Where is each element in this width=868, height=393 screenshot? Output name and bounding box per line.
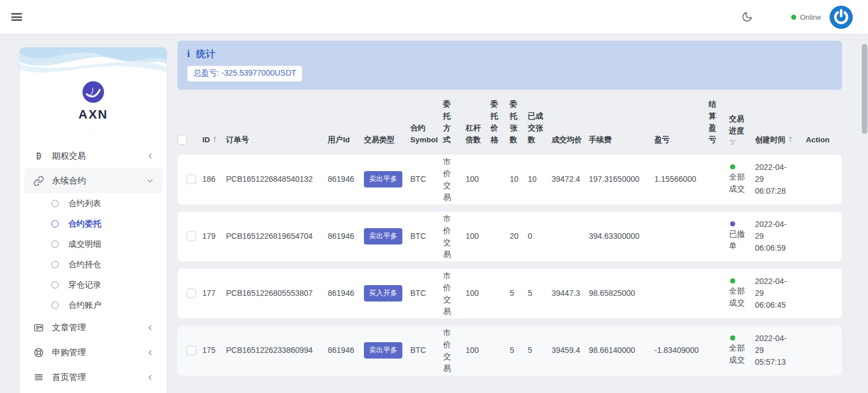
progress-text: 全部成交 — [729, 171, 747, 195]
sidebar-item[interactable]: 配置管理 — [24, 390, 162, 393]
sidebar-item[interactable]: 首页管理 — [24, 365, 162, 390]
bitcoin-icon — [33, 151, 44, 161]
chevron-left-icon — [146, 373, 154, 382]
chevron-left-icon — [146, 152, 154, 160]
cell-trade_type: 卖出平多 — [364, 326, 410, 375]
filter-icon[interactable] — [729, 139, 736, 146]
cell-trade_type: 卖出平多 — [364, 212, 410, 261]
sidebar-item-label: 永续合约 — [52, 176, 86, 186]
sidebar-item[interactable]: 申购管理 — [24, 340, 162, 365]
column-header-user_id: 用户Id — [328, 99, 364, 147]
column-header-progress: 交易进度 — [729, 99, 755, 147]
column-header-id: ID↑ — [202, 99, 226, 147]
cell-action — [806, 155, 842, 204]
sidebar-subitem[interactable]: 合约委托 — [20, 213, 167, 234]
column-header-settle_pnl: 结算盈亏 — [709, 99, 729, 147]
cell-user_id: 861946 — [328, 326, 364, 375]
cell-symbol: BTC — [410, 155, 443, 204]
axn-logo-icon — [81, 80, 105, 104]
cell-filled_qty: 0 — [528, 212, 552, 261]
column-label: 结算盈亏 — [709, 99, 717, 146]
sidebar-item[interactable]: 期权交易 — [24, 143, 162, 168]
column-header-entrust_price: 委托价格 — [491, 99, 510, 147]
sort-arrow-icon[interactable]: ↑ — [210, 135, 218, 144]
lifebuoy-icon — [33, 347, 44, 358]
cell-avg_price — [552, 212, 589, 261]
cell-filled_qty: 5 — [528, 326, 552, 375]
cell-symbol: BTC — [410, 212, 443, 261]
cell-fee: 98.65825000 — [589, 269, 654, 318]
cell-settle_pnl — [709, 155, 729, 204]
column-label: 盈亏 — [654, 136, 670, 144]
column-label: 创建时间 — [755, 136, 785, 144]
progress-text: 全部成交 — [729, 285, 747, 309]
bullet-circle-icon — [51, 220, 59, 228]
column-header-entrust_qty: 委托张数 — [510, 99, 528, 147]
sidebar-item[interactable]: 永续合约 — [24, 168, 162, 193]
sidebar-subitem[interactable]: 合约列表 — [20, 193, 167, 213]
bullet-circle-icon — [51, 261, 59, 268]
cell-symbol: BTC — [410, 269, 443, 318]
cell-select — [177, 155, 202, 204]
sidebar-item[interactable]: 文章管理 — [24, 315, 162, 340]
row-checkbox[interactable] — [186, 346, 196, 355]
bullet-circle-icon — [51, 241, 59, 248]
sidebar-subitem[interactable]: 合约持仓 — [20, 254, 167, 274]
trade-type-badge: 卖出平多 — [364, 342, 402, 359]
column-header-symbol: 合约 Symbol — [410, 99, 443, 147]
column-label: 用户Id — [328, 136, 350, 144]
row-checkbox[interactable] — [186, 289, 196, 298]
sidebar-subitem[interactable]: 成交明细 — [20, 234, 167, 254]
cell-progress: 已撤单 — [729, 212, 755, 261]
table-header: ID↑订单号用户Id交易类型合约 Symbol委托方式杠杆倍数委托价格委托张数已… — [177, 99, 842, 147]
hamburger-menu-icon[interactable] — [11, 12, 22, 23]
cell-action — [806, 326, 842, 375]
column-label: 交易类型 — [364, 136, 394, 144]
sidebar-item-label: 期权交易 — [52, 151, 86, 161]
sidebar-item-label: 首页管理 — [52, 372, 86, 383]
cell-leverage: 100 — [466, 326, 491, 375]
cell-order_no: PCB1651226819654704 — [226, 212, 328, 261]
cell-user_id: 861946 — [328, 155, 364, 204]
sidebar-subitem[interactable]: 合约账户 — [20, 295, 167, 315]
cell-pnl: 1.15566000 — [654, 155, 709, 204]
column-header-trade_type: 交易类型 — [364, 99, 410, 147]
column-header-select — [177, 99, 202, 147]
page-scrollbar-thumb[interactable] — [862, 44, 867, 134]
cell-entrust_price — [491, 326, 510, 375]
chevron-left-icon — [146, 324, 154, 332]
info-icon: i — [187, 48, 190, 60]
cell-created: 2022-04-29 06:07:28 — [755, 155, 806, 204]
cell-entrust_price — [491, 155, 510, 204]
column-label: 委托方式 — [443, 99, 452, 146]
progress-text: 全部成交 — [729, 342, 747, 366]
dark-mode-toggle[interactable] — [736, 6, 758, 28]
cell-avg_price: 39447.3 — [552, 269, 589, 318]
page-scrollbar-track — [861, 0, 868, 393]
cell-leverage: 100 — [466, 212, 491, 261]
select-all-checkbox[interactable] — [177, 135, 187, 145]
cell-symbol: BTC — [410, 326, 443, 375]
sidebar-subitem-label: 穿仓记录 — [68, 280, 101, 290]
sidebar-subitem-label: 合约委托 — [68, 219, 101, 229]
row-checkbox[interactable] — [186, 232, 196, 241]
cell-select — [177, 326, 202, 375]
avatar[interactable] — [829, 5, 853, 29]
cell-progress: 全部成交 — [729, 269, 755, 318]
cell-settle_pnl — [709, 326, 729, 375]
sort-arrow-icon[interactable]: ↑ — [785, 135, 793, 144]
row-checkbox[interactable] — [186, 174, 196, 184]
menu-lines-icon — [33, 372, 44, 383]
sidebar-subitem[interactable]: 穿仓记录 — [20, 274, 167, 295]
sidebar-subitem-label: 合约列表 — [68, 198, 101, 209]
cell-user_id: 861946 — [328, 212, 364, 261]
cell-action — [806, 212, 842, 261]
moon-icon — [741, 11, 753, 23]
column-label: 手续费 — [589, 136, 612, 144]
cell-entrust_qty: 5 — [510, 326, 528, 375]
cell-order_no: PCB1651226805553807 — [226, 269, 328, 318]
column-label: 委托张数 — [510, 99, 518, 146]
cell-trade_type: 卖出平多 — [364, 155, 410, 204]
column-header-action: Action — [806, 99, 842, 147]
cell-pnl — [654, 212, 709, 261]
